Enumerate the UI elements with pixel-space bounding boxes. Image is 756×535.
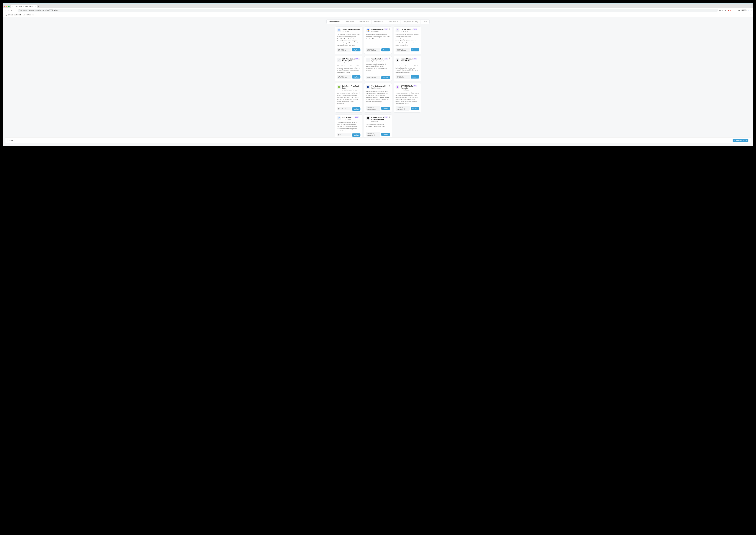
zoom-icon[interactable]: ⊖ — [719, 9, 721, 11]
svg-point-10 — [368, 118, 368, 119]
tab-indexed-data[interactable]: Indexed Data — [357, 20, 371, 24]
addon-card: ⋮ Beta Indexed Account & Market Data by … — [393, 56, 421, 81]
explore-button[interactable]: Explore — [381, 48, 390, 51]
maximize-window-icon[interactable] — [8, 6, 10, 7]
addon-card: ⋮ Beta KEY TrueBlocks Key by TrueBlocks,… — [364, 56, 392, 81]
addon-price: Starting at $50.00/month — [366, 48, 380, 52]
addon-description: Scalable, speedy and cost-efficient inde… — [395, 65, 419, 73]
explore-button[interactable]: Explore — [381, 107, 390, 110]
back-button[interactable]: Back — [8, 139, 15, 142]
addon-card: ⋮ Beta Dynamic Address Risk Assessment A… — [364, 114, 392, 139]
addon-description: Our NFT API gives you direct access to N… — [395, 92, 419, 104]
browser-tab[interactable]: QuickNode - Create Endpoin × — [11, 5, 37, 8]
explore-button[interactable]: Explore — [352, 133, 361, 137]
addon-vendor: by BlockSpan — [401, 89, 419, 91]
tab-compliance-safety[interactable]: Compliance & Safety — [401, 20, 420, 24]
explore-button[interactable]: Explore — [352, 107, 361, 111]
addon-price: Starting at $50.00/month — [366, 106, 380, 111]
addon-icon — [366, 28, 370, 32]
sidepanel-icon[interactable]: ▣ — [738, 9, 740, 11]
addon-description: Lookup wallet address and coin types for… — [337, 122, 361, 132]
more-icon[interactable]: ⋮ — [389, 57, 391, 59]
close-icon[interactable]: × — [750, 14, 751, 16]
tab-transactions[interactable]: Transactions — [343, 20, 357, 24]
close-window-icon[interactable] — [4, 6, 5, 7]
address-bar[interactable]: ⓘ dashboard.quicknode.com/endpoints/new/… — [17, 9, 718, 12]
explore-button[interactable]: Explore — [381, 133, 390, 136]
addon-icon — [337, 58, 341, 62]
more-icon[interactable]: ⋮ — [359, 57, 361, 59]
browser-tab-strip: QuickNode - Create Endpoin × + — [3, 4, 753, 8]
addon-icon — [337, 85, 341, 89]
addon-icon: KEY — [366, 58, 370, 62]
menu-icon[interactable]: ≡ — [751, 9, 752, 11]
breadcrumb-step: Select Add-ons — [23, 14, 34, 16]
create-endpoint-button[interactable]: Create Endpoint › — [733, 139, 748, 142]
breadcrumb: Create Endpoint › Select Add-ons × — [3, 13, 753, 17]
addon-vendor: by Gecko Labs Pte. Ltd. — [342, 89, 361, 91]
triangle-icon[interactable]: △ — [730, 9, 732, 11]
addon-description: Secure your transactions by analyzing th… — [366, 123, 390, 130]
more-icon[interactable]: ⋮ — [359, 116, 361, 118]
apps-icon[interactable]: ✦ — [748, 9, 749, 11]
addon-price: Starting at $100.00/month — [337, 75, 351, 79]
extension-icon[interactable]: ◧ — [725, 9, 726, 11]
addon-card: ⋮ Gas Estimation API by Blocknative Gas … — [364, 83, 392, 113]
addon-price: $34.95/month — [366, 76, 380, 79]
tab-close-icon[interactable]: × — [35, 6, 36, 8]
chevron-right-icon: › — [746, 140, 747, 141]
new-tab-button[interactable]: + — [38, 6, 39, 8]
explore-button[interactable]: Explore — [411, 75, 419, 78]
download-icon[interactable]: ⤓ — [722, 9, 723, 11]
more-icon[interactable]: ⋮ — [418, 28, 420, 30]
more-icon[interactable]: ⋮ — [389, 84, 391, 87]
panel-icon[interactable]: ◫ — [736, 9, 737, 11]
url-text: dashboard.quicknode.com/endpoints/new/ET… — [21, 9, 59, 11]
addon-vendor: by Syve — [342, 62, 361, 64]
addon-icon — [366, 116, 370, 120]
explore-button[interactable]: Explore — [352, 48, 361, 51]
tab-other[interactable]: Other — [420, 20, 429, 24]
addon-card: ⋮ Beta ENS Resolver by QuickNode Lookup … — [335, 114, 363, 139]
explore-button[interactable]: Explore — [411, 107, 419, 110]
beta-badge: Beta — [413, 58, 418, 60]
tab-recommended[interactable]: Recommended — [327, 20, 343, 24]
addon-description: Send user operations and create smart ac… — [366, 34, 390, 46]
vpn-badge[interactable]: ● VPN — [741, 9, 747, 11]
beta-badge: Beta — [384, 28, 388, 30]
addon-vendor: by TrueBlocks, LLC — [371, 60, 390, 62]
addon-price: Starting at $39.00/month — [395, 106, 410, 111]
more-icon[interactable]: ⋮ — [418, 57, 420, 59]
more-icon[interactable]: ⋮ — [359, 84, 361, 87]
more-icon[interactable]: ⋮ — [359, 28, 361, 30]
tab-token-nfts[interactable]: Token & NFTs — [386, 20, 401, 24]
forward-icon[interactable]: › — [8, 9, 10, 11]
back-icon[interactable]: ‹ — [4, 9, 6, 11]
more-icon[interactable]: ⋮ — [389, 28, 391, 30]
addon-description: Gas Platform harnesses real-time global … — [366, 90, 390, 104]
breadcrumb-title[interactable]: Create Endpoint — [8, 14, 21, 16]
addon-price: Starting at $9.99/month — [395, 75, 410, 79]
more-icon[interactable]: ⋮ — [389, 116, 391, 118]
favicon-icon — [12, 6, 14, 8]
site-info-icon[interactable]: ⓘ — [19, 9, 20, 11]
addon-vendor: by Polyzoa — [371, 121, 390, 122]
beta-badge: Beta — [384, 116, 388, 118]
addon-card: ⋮ Beta DEX Price Data & Wallet Tracking … — [335, 56, 363, 81]
explore-button[interactable]: Explore — [381, 76, 390, 79]
tab-title: QuickNode - Create Endpoin — [15, 6, 34, 8]
reload-icon[interactable]: ⟳ — [11, 9, 13, 11]
home-icon[interactable]: ⌂ — [14, 9, 16, 11]
minimize-window-icon[interactable] — [6, 6, 8, 7]
addon-icon — [395, 58, 399, 62]
profile-icon[interactable]: ◌ — [733, 9, 734, 11]
more-icon[interactable]: ⋮ — [418, 84, 420, 87]
window-controls[interactable] — [4, 6, 10, 7]
addon-icon — [395, 85, 399, 89]
beta-badge: Beta — [413, 28, 418, 30]
explore-button[interactable]: Explore — [352, 75, 361, 78]
tab-infrastructure[interactable]: Infrastructure — [371, 20, 386, 24]
addon-description: Get real-time, ultra-low latency data fr… — [337, 34, 361, 46]
notification-icon[interactable]: ◥ — [728, 9, 729, 11]
explore-button[interactable]: Explore — [411, 48, 419, 51]
